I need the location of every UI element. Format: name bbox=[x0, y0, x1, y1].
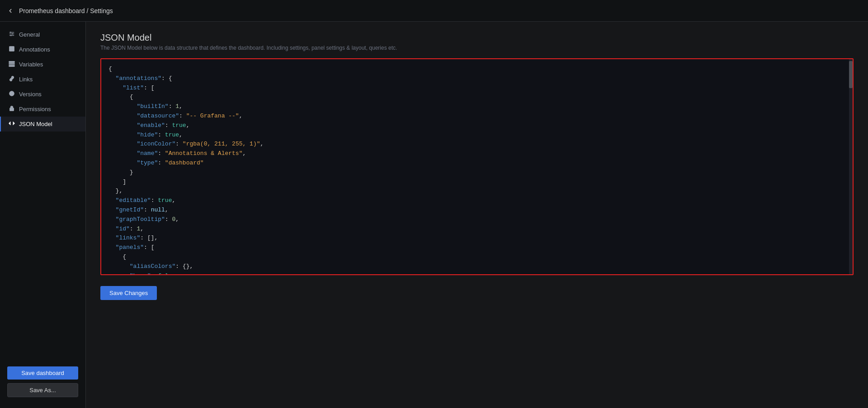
code-icon bbox=[8, 120, 15, 128]
bottom-actions: Save Changes bbox=[100, 286, 854, 300]
variables-icon bbox=[8, 61, 15, 68]
svg-rect-7 bbox=[9, 61, 14, 63]
sliders-icon bbox=[8, 31, 15, 38]
main-layout: General Annotations Variables bbox=[0, 22, 868, 408]
sidebar-item-versions[interactable]: Versions bbox=[0, 87, 85, 102]
back-button[interactable] bbox=[7, 8, 14, 14]
lock-icon bbox=[8, 105, 15, 113]
link-icon bbox=[8, 75, 15, 83]
sidebar-buttons: Save dashboard Save As... bbox=[0, 361, 85, 403]
sidebar-item-annotations[interactable]: Annotations bbox=[0, 42, 85, 57]
sidebar-versions-label: Versions bbox=[19, 91, 42, 98]
sidebar-general-label: General bbox=[19, 31, 40, 38]
save-changes-button[interactable]: Save Changes bbox=[100, 286, 157, 300]
svg-point-4 bbox=[12, 33, 13, 35]
scrollbar-thumb[interactable] bbox=[849, 61, 853, 88]
svg-rect-9 bbox=[9, 66, 14, 67]
topbar: Prometheus dashboard / Settings bbox=[0, 0, 868, 22]
sidebar-links-label: Links bbox=[19, 76, 33, 83]
svg-point-5 bbox=[10, 35, 12, 36]
svg-rect-11 bbox=[10, 108, 14, 111]
annotations-icon bbox=[8, 46, 15, 53]
sidebar-item-links[interactable]: Links bbox=[0, 72, 85, 87]
sidebar-variables-label: Variables bbox=[19, 61, 43, 68]
save-dashboard-button[interactable]: Save dashboard bbox=[7, 366, 78, 380]
sidebar-json-model-label: JSON Model bbox=[19, 121, 52, 127]
page-title: JSON Model bbox=[100, 33, 854, 43]
vertical-scrollbar[interactable] bbox=[849, 59, 853, 274]
clock-icon bbox=[8, 90, 15, 98]
json-editor[interactable]: { "annotations": { "list": [ { "builtIn"… bbox=[101, 59, 849, 274]
sidebar-item-variables[interactable]: Variables bbox=[0, 57, 85, 72]
content-area: JSON Model The JSON Model below is data … bbox=[86, 22, 868, 408]
sidebar-annotations-label: Annotations bbox=[19, 46, 50, 53]
svg-point-3 bbox=[10, 32, 11, 33]
sidebar-item-json-model[interactable]: JSON Model bbox=[0, 117, 85, 131]
sidebar-item-permissions[interactable]: Permissions bbox=[0, 102, 85, 117]
svg-rect-6 bbox=[9, 47, 14, 52]
svg-rect-8 bbox=[9, 63, 14, 65]
sidebar-item-general[interactable]: General bbox=[0, 27, 85, 42]
page-subtitle: The JSON Model below is data structure t… bbox=[100, 45, 854, 51]
topbar-title: Prometheus dashboard / Settings bbox=[19, 7, 113, 14]
save-as-button[interactable]: Save As... bbox=[7, 383, 78, 397]
arrow-left-icon bbox=[7, 8, 14, 14]
sidebar: General Annotations Variables bbox=[0, 22, 86, 408]
sidebar-permissions-label: Permissions bbox=[19, 106, 51, 113]
json-editor-container: { "annotations": { "list": [ { "builtIn"… bbox=[100, 58, 854, 275]
